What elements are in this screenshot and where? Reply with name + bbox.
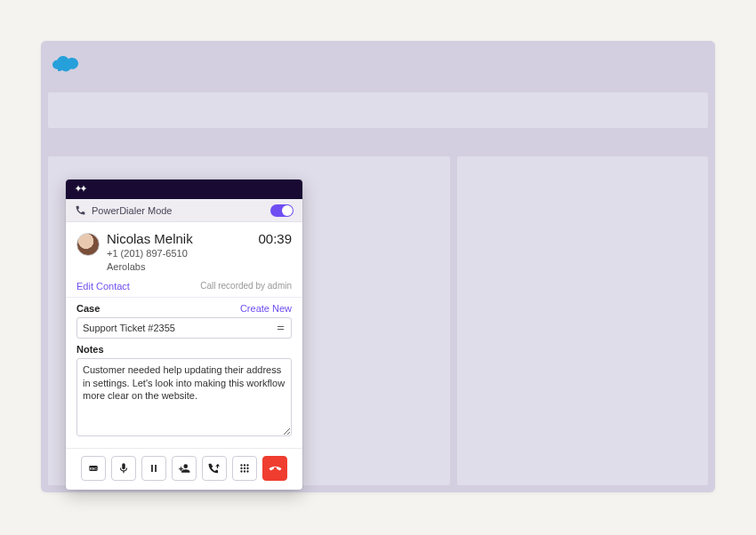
mic-icon — [117, 462, 130, 475]
case-label: Case — [76, 303, 100, 314]
dialpad-logo-icon — [73, 183, 89, 196]
svg-point-3 — [244, 464, 245, 466]
case-section: Case Create New Support Ticket #2355 Not… — [66, 298, 302, 448]
contact-block: Nicolas Melnik +1 (201) 897-6510 Aerolab… — [66, 222, 302, 298]
svg-point-9 — [244, 470, 245, 472]
end-call-button[interactable] — [262, 456, 287, 481]
hold-button[interactable] — [141, 456, 166, 481]
avatar — [76, 233, 100, 256]
dialer-titlebar — [66, 180, 302, 199]
notes-label: Notes — [76, 344, 292, 355]
add-participant-button[interactable] — [172, 456, 197, 481]
mode-label: PowerDialer Mode — [92, 205, 172, 216]
svg-point-4 — [246, 464, 248, 466]
edit-contact-link[interactable]: Edit Contact — [76, 281, 130, 291]
case-create-new-link[interactable]: Create New — [240, 303, 292, 314]
powerdialer-mode-bar: PowerDialer Mode — [66, 199, 302, 222]
notes-textarea[interactable] — [76, 358, 292, 436]
transfer-button[interactable] — [202, 456, 227, 481]
svg-point-6 — [244, 467, 245, 469]
crm-subheader — [48, 92, 708, 128]
call-timer: 00:39 — [258, 231, 292, 246]
contact-company: Aerolabs — [107, 260, 258, 274]
mute-button[interactable] — [111, 456, 136, 481]
record-button[interactable]: REC — [81, 456, 106, 481]
svg-point-7 — [246, 467, 248, 469]
svg-point-2 — [240, 464, 242, 466]
call-controls: REC — [66, 448, 302, 490]
svg-text:REC: REC — [90, 466, 98, 470]
crm-column-right — [457, 156, 708, 485]
cloud-icon — [50, 54, 82, 76]
hangup-icon — [269, 461, 282, 475]
powerdialer-toggle[interactable] — [270, 204, 294, 217]
case-select[interactable]: Support Ticket #2355 — [76, 317, 292, 339]
call-recorded-label: Call recorded by admin — [200, 281, 292, 291]
crm-topbar — [41, 41, 715, 89]
record-icon: REC — [87, 462, 100, 475]
add-person-icon — [178, 462, 190, 475]
transfer-icon — [208, 462, 221, 475]
pause-icon — [148, 462, 160, 475]
svg-point-10 — [246, 470, 248, 472]
dialpad-button[interactable] — [232, 456, 257, 481]
contact-name: Nicolas Melnik — [107, 231, 258, 247]
svg-point-5 — [240, 467, 242, 469]
dialpad-icon — [238, 462, 251, 475]
contact-phone: +1 (201) 897-6510 — [107, 247, 258, 260]
svg-point-8 — [240, 470, 242, 472]
phone-settings-icon — [75, 204, 86, 216]
dialer-widget: PowerDialer Mode Nicolas Melnik +1 (201)… — [66, 180, 302, 490]
